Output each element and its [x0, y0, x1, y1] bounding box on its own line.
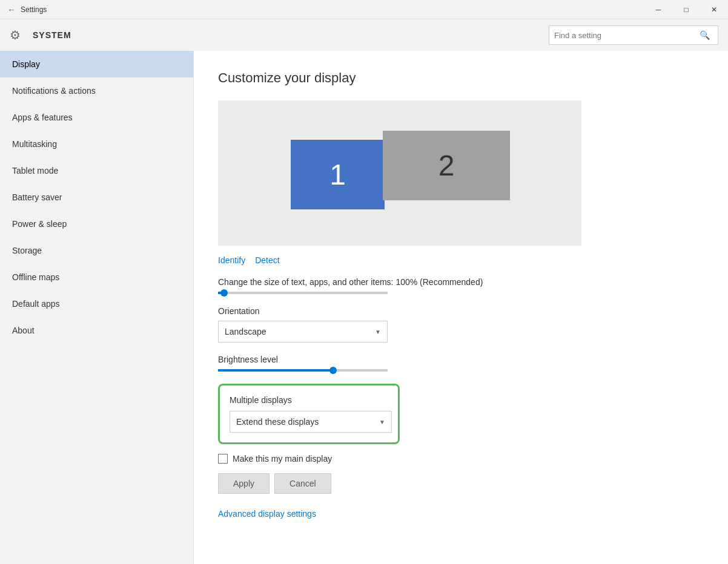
sidebar-item-about[interactable]: About [0, 317, 193, 344]
sidebar-item-apps[interactable]: Apps & features [0, 104, 193, 131]
chevron-down-icon: ▼ [379, 419, 385, 425]
system-settings-icon: ⚙ [10, 28, 21, 42]
search-icon: 🔍 [700, 30, 710, 40]
maximize-icon: □ [684, 5, 688, 14]
close-icon: ✕ [711, 5, 717, 14]
sidebar-item-label: Storage [12, 246, 42, 255]
minimize-icon: ─ [656, 5, 661, 14]
brightness-slider-fill [218, 369, 333, 372]
identify-link[interactable]: Identify [218, 255, 245, 265]
detect-link[interactable]: Detect [255, 255, 279, 265]
monitor-2[interactable]: 2 [383, 131, 510, 200]
orientation-setting: Orientation Landscape ▼ [218, 306, 704, 343]
sidebar-item-storage[interactable]: Storage [0, 237, 193, 264]
sidebar-item-tablet[interactable]: Tablet mode [0, 157, 193, 184]
main-display-row: Make this my main display [218, 454, 704, 464]
advanced-display-link[interactable]: Advanced display settings [218, 509, 316, 519]
orientation-label: Orientation [218, 306, 704, 316]
size-slider-track[interactable] [218, 292, 388, 294]
orientation-value: Landscape [225, 327, 266, 336]
sidebar-item-label: Notifications & actions [12, 86, 96, 96]
sidebar-item-notifications[interactable]: Notifications & actions [0, 77, 193, 104]
multiple-displays-dropdown[interactable]: Extend these displays ▼ [230, 411, 392, 433]
monitor-2-label: 2 [438, 149, 455, 182]
chevron-down-icon: ▼ [375, 329, 381, 335]
brightness-setting: Brightness level [218, 355, 704, 372]
sidebar-item-label: Tablet mode [12, 166, 58, 175]
sidebar-item-power[interactable]: Power & sleep [0, 211, 193, 237]
sidebar-item-label: Multitasking [12, 139, 57, 149]
apply-button[interactable]: Apply [218, 473, 270, 494]
titlebar: ← Settings ─ □ ✕ [0, 0, 728, 19]
close-button[interactable]: ✕ [700, 0, 728, 19]
display-preview: 1 2 [218, 100, 581, 246]
brightness-slider-track[interactable] [218, 369, 388, 372]
brightness-slider-thumb[interactable] [329, 367, 337, 374]
back-icon: ← [7, 5, 16, 15]
multiple-displays-box: Multiple displays Extend these displays … [218, 384, 400, 444]
main-display-label: Make this my main display [233, 454, 332, 464]
back-button[interactable]: ← [7, 5, 16, 15]
system-title: SYSTEM [33, 30, 71, 40]
brightness-label: Brightness level [218, 355, 704, 364]
sidebar-item-default-apps[interactable]: Default apps [0, 290, 193, 317]
sidebar-item-label: Default apps [12, 299, 60, 309]
titlebar-controls: ─ □ ✕ [644, 0, 728, 19]
sidebar-item-label: Offline maps [12, 272, 59, 282]
titlebar-title: Settings [21, 5, 47, 14]
size-slider-thumb[interactable] [220, 289, 228, 297]
maximize-button[interactable]: □ [672, 0, 700, 19]
sidebar-item-multitasking[interactable]: Multitasking [0, 131, 193, 157]
sidebar-item-display[interactable]: Display [0, 51, 193, 77]
main-layout: Display Notifications & actions Apps & f… [0, 51, 728, 564]
sidebar-item-label: Power & sleep [12, 219, 67, 229]
sidebar-item-offline-maps[interactable]: Offline maps [0, 264, 193, 290]
sidebar-item-label: Display [12, 59, 40, 69]
minimize-button[interactable]: ─ [644, 0, 672, 19]
page-title: Customize your display [218, 70, 704, 86]
cancel-button[interactable]: Cancel [274, 473, 331, 494]
headerbar: ⚙ SYSTEM 🔍 [0, 19, 728, 51]
multiple-displays-label: Multiple displays [230, 395, 388, 405]
multiple-displays-value: Extend these displays [236, 417, 319, 427]
orientation-dropdown[interactable]: Landscape ▼ [218, 321, 388, 343]
size-label: Change the size of text, apps, and other… [218, 277, 704, 287]
search-box[interactable]: 🔍 [549, 25, 718, 45]
titlebar-left: ← Settings [7, 5, 47, 15]
sidebar-item-label: About [12, 326, 35, 335]
sidebar: Display Notifications & actions Apps & f… [0, 51, 194, 564]
main-display-checkbox[interactable] [218, 454, 228, 464]
size-setting: Change the size of text, apps, and other… [218, 277, 704, 294]
sidebar-item-battery[interactable]: Battery saver [0, 184, 193, 211]
buttons-row: Apply Cancel [218, 473, 704, 494]
content-area: Customize your display 1 2 Identify Dete… [194, 51, 728, 564]
sidebar-item-label: Battery saver [12, 192, 62, 202]
display-links: Identify Detect [218, 255, 704, 265]
monitor-1-label: 1 [329, 158, 346, 191]
monitor-1[interactable]: 1 [291, 140, 385, 209]
search-input[interactable] [554, 31, 700, 40]
sidebar-item-label: Apps & features [12, 113, 73, 122]
